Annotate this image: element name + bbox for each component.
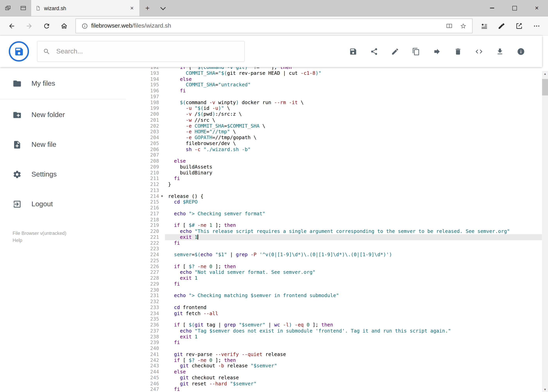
reading-view-button[interactable] (442, 22, 456, 29)
share-button[interactable] (367, 44, 381, 58)
scroll-up-button[interactable]: ▲ (542, 71, 548, 77)
code-line-239[interactable]: 239 fi (140, 340, 542, 345)
code-line-212[interactable]: 212} (140, 182, 542, 187)
tab-preview-button[interactable] (15, 0, 31, 16)
code-line-195[interactable]: 195 COMMIT_SHA="untracked" (140, 82, 542, 88)
new-tab-button[interactable]: + (140, 0, 155, 16)
browser-menu-button[interactable] (528, 18, 545, 34)
code-line-233[interactable]: 233 cd frontend (140, 304, 542, 310)
code-line-241[interactable]: 241 git rev-parse --verify --quiet relea… (140, 351, 542, 357)
code-line-194[interactable]: 194 else (140, 76, 542, 82)
code-line-217[interactable]: 217 echo "> Checking semver format" (140, 211, 542, 217)
code-line-221[interactable]: 221 exit 1 (140, 234, 542, 240)
tab-close-icon[interactable]: ✕ (129, 5, 135, 11)
code-line-240[interactable]: 240 (140, 345, 542, 351)
code-line-226[interactable]: 226 if [ $? -ne 0 ]; then (140, 263, 542, 269)
code-line-193[interactable]: 193 COMMIT_SHA="$(git rev-parse HEAD | c… (140, 70, 542, 76)
move-button[interactable] (430, 44, 444, 58)
code-line-246[interactable]: 246 git reset --hard "$semver" (140, 380, 542, 386)
sidebar-item-my-files[interactable]: My files (0, 69, 140, 98)
code-line-192[interactable]: 192 if [ "$(command -v git)" != "" ]; th… (140, 67, 542, 70)
code-line-244[interactable]: 244 else (140, 369, 542, 375)
code-line-237[interactable]: 237 echo "Tag $semver does not exist in … (140, 328, 542, 334)
home-button[interactable] (55, 18, 73, 34)
code-line-216[interactable]: 216 (140, 205, 542, 211)
code-line-208[interactable]: 208 else (140, 158, 542, 164)
code-line-235[interactable]: 235 (140, 316, 542, 322)
window-minimize-button[interactable] (481, 0, 503, 16)
download-button[interactable] (493, 44, 507, 58)
sidebar-item-new-file[interactable]: New file (0, 130, 140, 160)
web-note-button[interactable] (493, 18, 510, 34)
code-line-199[interactable]: 199 -u "$(id -u)" \ (140, 105, 542, 111)
fold-marker-icon[interactable]: ▾ (159, 193, 165, 199)
code-line-200[interactable]: 200 -v /$(pwd):/src:z \ (140, 111, 542, 117)
code-line-209[interactable]: 209 buildAssets (140, 164, 542, 170)
scroll-down-button[interactable]: ▼ (542, 387, 548, 392)
code-button[interactable] (472, 44, 486, 58)
code-line-215[interactable]: 215 cd $REPO (140, 199, 542, 205)
code-line-219[interactable]: 219 if [ $# -ne 1 ]; then (140, 223, 542, 228)
code-line-228[interactable]: 228 exit 1 (140, 275, 542, 281)
app-logo[interactable] (9, 41, 29, 62)
code-line-206[interactable]: 206 sh -c "./wizard.sh -b" (140, 146, 542, 152)
window-maximize-button[interactable] (503, 0, 526, 16)
code-line-205[interactable]: 205 filebrowser/dev \ (140, 140, 542, 146)
browser-tab[interactable]: wizard.sh ✕ (31, 0, 140, 16)
code-line-196[interactable]: 196 fi (140, 88, 542, 94)
delete-button[interactable] (451, 44, 465, 58)
page-scrollbar[interactable]: ▲ ▼ (542, 71, 548, 392)
scrollbar-thumb[interactable] (542, 79, 548, 96)
code-line-210[interactable]: 210 buildBinary (140, 170, 542, 175)
code-line-197[interactable]: 197 (140, 94, 542, 99)
save-button[interactable] (346, 44, 360, 58)
forward-button[interactable] (20, 18, 38, 34)
code-line-211[interactable]: 211 fi (140, 175, 542, 182)
code-line-229[interactable]: 229 fi (140, 281, 542, 287)
set-tabs-aside-button[interactable] (0, 0, 15, 16)
code-line-247[interactable]: 247 fi (140, 386, 542, 392)
tab-list-toggle-button[interactable] (155, 0, 171, 16)
code-line-202[interactable]: 202 -e COMMIT_SHA=$COMMIT_SHA \ (140, 123, 542, 129)
back-button[interactable] (3, 18, 20, 34)
info-button[interactable] (514, 44, 528, 58)
hub-button[interactable] (475, 18, 493, 34)
refresh-button[interactable] (38, 18, 55, 34)
code-line-238[interactable]: 238 exit 1 (140, 334, 542, 340)
code-line-227[interactable]: 227 echo "Not valid semver format. See s… (140, 269, 542, 275)
search-bar[interactable] (37, 41, 244, 62)
code-line-207[interactable]: 207 (140, 152, 542, 158)
edit-button[interactable] (388, 44, 402, 58)
code-line-230[interactable]: 230 (140, 287, 542, 293)
url-box[interactable]: filebrowser.web/files/wizard.sh (76, 19, 472, 33)
code-line-225[interactable]: 225 (140, 258, 542, 263)
add-favorite-button[interactable] (456, 22, 470, 29)
code-line-213[interactable]: 213 (140, 187, 542, 193)
code-line-201[interactable]: 201 -w //src \ (140, 117, 542, 123)
code-line-231[interactable]: 231 echo "> Checking matching $semver in… (140, 293, 542, 299)
code-line-223[interactable]: 223 (140, 246, 542, 252)
code-editor[interactable]: 192 if [ "$(command -v git)" != "" ]; th… (140, 67, 542, 392)
share-page-button[interactable] (510, 18, 528, 34)
code-line-204[interactable]: 204 -e GOPATH=//tmp/gopath \ (140, 135, 542, 140)
sidebar-item-settings[interactable]: Settings (0, 160, 140, 189)
copy-button[interactable] (409, 44, 423, 58)
window-close-button[interactable]: ✕ (526, 0, 548, 16)
code-line-245[interactable]: 245 git checkout release (140, 375, 542, 381)
code-line-222[interactable]: 222 fi (140, 240, 542, 246)
code-line-218[interactable]: 218 (140, 217, 542, 223)
code-line-242[interactable]: 242 if [ $? -ne 0 ]; then (140, 357, 542, 363)
code-line-236[interactable]: 236 if [ $(git tag | grep "$semver" | wc… (140, 322, 542, 328)
page-info-icon[interactable] (78, 22, 91, 29)
code-line-243[interactable]: 243 git checkout -b release "$semver" (140, 363, 542, 369)
search-input[interactable] (55, 47, 239, 56)
code-line-203[interactable]: 203 -e HOME="//tmp" \ (140, 129, 542, 135)
url-text[interactable]: filebrowser.web/files/wizard.sh (91, 22, 442, 29)
code-line-232[interactable]: 232 (140, 299, 542, 305)
code-line-234[interactable]: 234 git fetch --all (140, 310, 542, 316)
code-line-224[interactable]: 224 semver=$(echo "$1" | grep -P '^v(0|[… (140, 252, 542, 258)
code-line-220[interactable]: 220 echo "This release script requires a… (140, 228, 542, 234)
code-line-214[interactable]: 214▾release () { (140, 193, 542, 199)
sidebar-item-logout[interactable]: Logout (0, 189, 140, 219)
code-line-198[interactable]: 198 $(command -v winpty) docker run --rm… (140, 99, 542, 105)
